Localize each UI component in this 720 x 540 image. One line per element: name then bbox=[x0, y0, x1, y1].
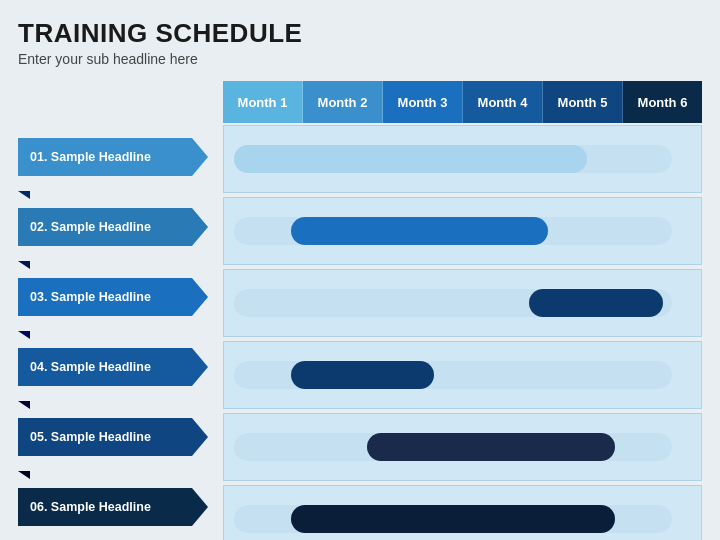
month-header-6: Month 6 bbox=[623, 81, 702, 123]
progress-bar-6 bbox=[291, 505, 615, 533]
label-arrow-6: 06. Sample Headline bbox=[18, 488, 208, 526]
label-arrow-1: 01. Sample Headline bbox=[18, 138, 208, 176]
progress-bar-2 bbox=[291, 217, 549, 245]
gantt-row-1 bbox=[223, 125, 702, 193]
page-title: TRAINING SCHEDULE bbox=[18, 18, 702, 49]
progress-bar-5 bbox=[367, 433, 615, 461]
progress-bar-3 bbox=[529, 289, 663, 317]
month-header-3: Month 3 bbox=[383, 81, 463, 123]
chart-column: Month 1Month 2Month 3Month 4Month 5Month… bbox=[223, 81, 702, 540]
label-cell-4: 04. Sample Headline bbox=[18, 333, 223, 401]
label-arrow-3: 03. Sample Headline bbox=[18, 278, 208, 316]
gantt-row-6 bbox=[223, 485, 702, 540]
labels-column: 01. Sample Headline02. Sample Headline03… bbox=[18, 81, 223, 540]
month-header-1: Month 1 bbox=[223, 81, 303, 123]
label-cell-1: 01. Sample Headline bbox=[18, 123, 223, 191]
month-header-4: Month 4 bbox=[463, 81, 543, 123]
label-arrow-5: 05. Sample Headline bbox=[18, 418, 208, 456]
label-cell-6: 06. Sample Headline bbox=[18, 473, 223, 540]
gantt-wrapper: 01. Sample Headline02. Sample Headline03… bbox=[18, 81, 702, 540]
label-cell-3: 03. Sample Headline bbox=[18, 263, 223, 331]
gantt-row-3 bbox=[223, 269, 702, 337]
label-cell-5: 05. Sample Headline bbox=[18, 403, 223, 471]
month-header-2: Month 2 bbox=[303, 81, 383, 123]
label-cell-2: 02. Sample Headline bbox=[18, 193, 223, 261]
gantt-row-5 bbox=[223, 413, 702, 481]
gantt-row-4 bbox=[223, 341, 702, 409]
page: TRAINING SCHEDULE Enter your sub headlin… bbox=[0, 0, 720, 540]
progress-bar-4 bbox=[291, 361, 434, 389]
label-arrow-4: 04. Sample Headline bbox=[18, 348, 208, 386]
label-arrow-2: 02. Sample Headline bbox=[18, 208, 208, 246]
page-subtitle: Enter your sub headline here bbox=[18, 51, 702, 67]
gantt-rows bbox=[223, 125, 702, 540]
gantt-row-2 bbox=[223, 197, 702, 265]
progress-bar-1 bbox=[234, 145, 587, 173]
month-header-5: Month 5 bbox=[543, 81, 623, 123]
month-headers: Month 1Month 2Month 3Month 4Month 5Month… bbox=[223, 81, 702, 123]
